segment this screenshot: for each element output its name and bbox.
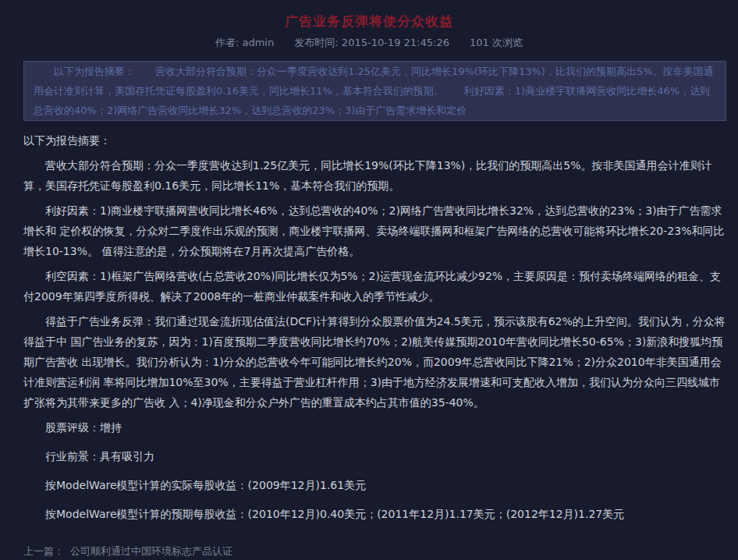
- meta-view-count: 101 次浏览: [470, 37, 523, 48]
- body-paragraph-stock-rating: 股票评级：增持: [23, 417, 726, 438]
- body-paragraph: 利空因素：1)框架广告网络营收(占总营收20%)同比增长仅为5%；2)运营现金流…: [23, 266, 726, 307]
- meta-author: 作者: admin: [215, 37, 274, 48]
- prev-post-link[interactable]: 公司顺利通过中国环境标志产品认证: [70, 545, 232, 557]
- body-paragraph: 以下为报告摘要：: [23, 130, 726, 151]
- body-paragraph-industry-outlook: 行业前景：具有吸引力: [23, 446, 726, 466]
- article-page: 广告业务反弹将使分众收益 作者: admin 发布时间: 2015-10-19 …: [0, 0, 738, 560]
- body-paragraph: 利好因素：1)商业楼宇联播网营收同比增长46%，达到总营收的40%；2)网络广告…: [23, 200, 726, 261]
- post-navigation: 上一篇：公司顺利通过中国环境标志产品认证 下一篇：没有了: [0, 524, 738, 560]
- article-body: 以下为报告摘要： 营收大部分符合预期：分众一季度营收达到1.25亿美元，同比增长…: [0, 130, 738, 524]
- body-paragraph: 得益于广告业务反弹：我们通过现金流折现估值法(DCF)计算得到分众股票价值为24…: [23, 311, 726, 413]
- body-paragraph-actual-eps: 按ModelWare模型计算的实际每股收益：(2009年12月)1.61美元: [23, 475, 726, 495]
- report-summary-text: 以下为报告摘要： 营收大部分符合预期：分众一季度营收达到1.25亿美元，同比增长…: [34, 66, 714, 116]
- article-meta: 作者: admin 发布时间: 2015-10-19 21:45:26 101 …: [0, 37, 738, 49]
- page-title: 广告业务反弹将使分众收益: [0, 12, 738, 30]
- prev-post-row: 上一篇：公司顺利通过中国环境标志产品认证: [23, 541, 715, 560]
- report-summary-box: 以下为报告摘要： 营收大部分符合预期：分众一季度营收达到1.25亿美元，同比增长…: [23, 61, 726, 121]
- meta-published-time: 发布时间: 2015-10-19 21:45:26: [294, 37, 449, 48]
- body-paragraph: 营收大部分符合预期：分众一季度营收达到1.25亿美元，同比增长19%(环比下降1…: [23, 155, 726, 196]
- prev-post-label: 上一篇：: [23, 545, 64, 557]
- body-paragraph-expected-eps: 按ModelWare模型计算的预期每股收益：(2010年12月)0.40美元；(…: [23, 504, 726, 524]
